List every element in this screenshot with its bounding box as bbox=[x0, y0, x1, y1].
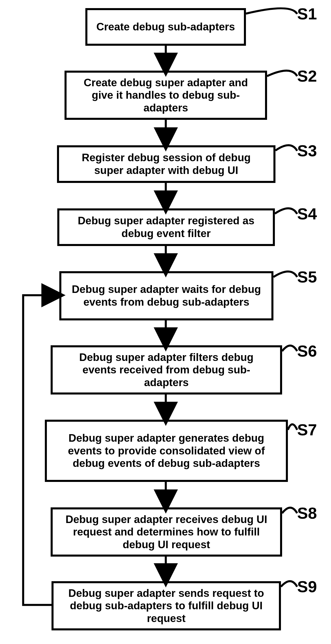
step-s1-text: Create debug sub-adapters bbox=[96, 21, 235, 33]
step-s7-label: S7 bbox=[297, 420, 317, 439]
step-s6-text: Debug super adapter filters debug events… bbox=[61, 351, 271, 389]
step-s7-box: Debug super adapter generates debug even… bbox=[45, 420, 288, 482]
step-s7-text: Debug super adapter generates debug even… bbox=[56, 432, 277, 470]
step-s6-box: Debug super adapter filters debug events… bbox=[51, 345, 282, 395]
step-s8-text: Debug super adapter receives debug UI re… bbox=[61, 513, 271, 551]
step-s2-text: Create debug super adapter and give it h… bbox=[75, 76, 256, 114]
step-s1-box: Create debug sub-adapters bbox=[85, 8, 246, 46]
step-s8-box: Debug super adapter receives debug UI re… bbox=[51, 507, 282, 557]
step-s3-box: Register debug session of debug super ad… bbox=[57, 145, 275, 183]
step-s9-text: Debug super adapter sends request to deb… bbox=[62, 587, 270, 625]
step-s5-label: S5 bbox=[297, 267, 317, 286]
step-s5-box: Debug super adapter waits for debug even… bbox=[59, 271, 273, 320]
step-s3-text: Register debug session of debug super ad… bbox=[68, 151, 265, 177]
step-s4-box: Debug super adapter registered as debug … bbox=[57, 208, 275, 246]
step-s2-box: Create debug super adapter and give it h… bbox=[65, 71, 267, 120]
flowchart: Create debug sub-adapters S1 Create debu… bbox=[0, 0, 331, 644]
step-s8-label: S8 bbox=[297, 504, 317, 522]
step-s4-label: S4 bbox=[297, 204, 317, 223]
step-s2-label: S2 bbox=[297, 67, 317, 85]
step-s6-label: S6 bbox=[297, 342, 317, 360]
step-s5-text: Debug super adapter waits for debug even… bbox=[70, 283, 263, 308]
step-s1-label: S1 bbox=[297, 4, 317, 23]
step-s9-label: S9 bbox=[297, 577, 317, 596]
step-s3-label: S3 bbox=[297, 141, 317, 160]
step-s4-text: Debug super adapter registered as debug … bbox=[68, 214, 264, 240]
step-s9-box: Debug super adapter sends request to deb… bbox=[52, 581, 281, 630]
